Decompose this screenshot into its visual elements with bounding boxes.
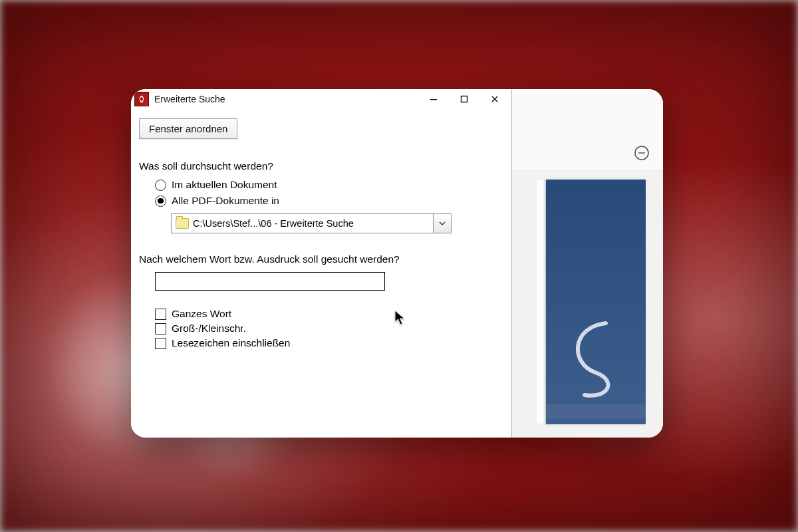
arrange-windows-button[interactable]: Fenster anordnen bbox=[139, 118, 237, 139]
folder-icon bbox=[176, 218, 189, 229]
svg-rect-2 bbox=[430, 99, 437, 100]
background-app-window bbox=[511, 89, 663, 438]
checkbox-label: Groß-/Kleinschr. bbox=[172, 323, 246, 334]
background-doc-panel-footer bbox=[546, 404, 646, 419]
window-title: Erweiterte Suche bbox=[154, 94, 225, 104]
checkbox-icon bbox=[155, 338, 166, 349]
search-folder-path: C:\Users\Stef...\06 - Erweiterte Suche bbox=[193, 218, 354, 229]
checkbox-icon bbox=[155, 309, 166, 320]
search-term-input[interactable] bbox=[155, 272, 385, 291]
checkbox-case-sensitive[interactable]: Groß-/Kleinschr. bbox=[155, 323, 503, 334]
radio-current-document[interactable]: Im aktuellen Dokument bbox=[155, 179, 503, 191]
chevron-down-icon bbox=[439, 221, 446, 225]
checkbox-label: Ganzes Wort bbox=[172, 308, 231, 320]
checkbox-whole-word[interactable]: Ganzes Wort bbox=[155, 308, 503, 320]
mouse-cursor-icon bbox=[394, 310, 406, 326]
checkbox-label: Lesezeichen einschließen bbox=[172, 337, 290, 349]
advanced-search-dialog: Erweiterte Suche Fenster anordnen Was so… bbox=[131, 89, 512, 438]
radio-label: Im aktuellen Dokument bbox=[172, 179, 277, 191]
search-folder-dropdown[interactable]: C:\Users\Stef...\06 - Erweiterte Suche bbox=[171, 213, 452, 233]
screenshot-card: Erweiterte Suche Fenster anordnen Was so… bbox=[131, 89, 663, 438]
minimize-button[interactable] bbox=[418, 89, 449, 109]
dropdown-toggle[interactable] bbox=[433, 214, 451, 233]
svg-rect-3 bbox=[462, 96, 467, 102]
checkbox-icon bbox=[155, 323, 166, 334]
radio-icon-selected bbox=[155, 196, 166, 207]
radio-icon bbox=[155, 180, 166, 191]
acrobat-app-icon bbox=[134, 92, 149, 106]
radio-label: Alle PDF-Dokumente in bbox=[172, 195, 279, 207]
background-doc-page-edge bbox=[537, 180, 546, 424]
zoom-out-icon[interactable] bbox=[632, 144, 651, 162]
search-scope-label: Was soll durchsucht werden? bbox=[139, 160, 503, 172]
checkbox-include-bookmarks[interactable]: Lesezeichen einschließen bbox=[155, 337, 503, 349]
search-term-label: Nach welchem Wort bzw. Ausdruck soll ges… bbox=[139, 253, 503, 265]
radio-all-pdfs[interactable]: Alle PDF-Dokumente in bbox=[155, 195, 503, 207]
maximize-button[interactable] bbox=[449, 89, 479, 109]
close-button[interactable] bbox=[479, 89, 510, 109]
titlebar[interactable]: Erweiterte Suche bbox=[131, 89, 511, 109]
decorative-swirl-icon bbox=[565, 315, 624, 404]
